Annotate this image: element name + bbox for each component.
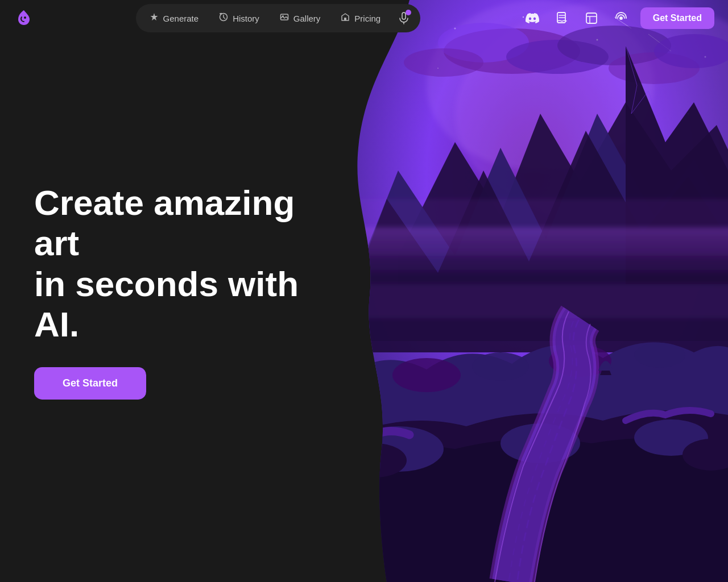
svg-point-35: [472, 352, 529, 381]
nav-item-generate[interactable]: Generate: [140, 8, 208, 28]
nav-center: Generate History: [136, 4, 421, 32]
hero-get-started-button[interactable]: Get Started: [34, 367, 146, 400]
svg-point-13: [619, 16, 623, 20]
hero-headline: Create amazing art in seconds with AI.: [34, 182, 330, 344]
svg-point-37: [634, 343, 685, 368]
svg-point-30: [404, 48, 483, 77]
nav-item-history[interactable]: History: [210, 8, 268, 28]
svg-point-0: [24, 16, 26, 19]
hero-image: [341, 0, 728, 582]
header-get-started-button[interactable]: Get Started: [640, 7, 714, 29]
generate-label: Generate: [163, 14, 199, 23]
discord-icon-btn[interactable]: [522, 8, 543, 28]
navbar: Generate History: [0, 0, 728, 36]
generate-icon: [150, 13, 159, 24]
svg-rect-10: [586, 13, 597, 23]
mic-button[interactable]: [392, 7, 416, 29]
history-label: History: [233, 14, 259, 23]
podcast-icon-btn[interactable]: [611, 8, 631, 28]
nav-right: Get Started: [522, 7, 714, 29]
gallery-label: Gallery: [293, 14, 321, 23]
svg-rect-46: [341, 199, 728, 256]
nav-item-gallery[interactable]: Gallery: [271, 8, 330, 28]
gallery-icon: [280, 13, 289, 24]
hero-content: Create amazing art in seconds with AI. G…: [34, 182, 330, 400]
pricing-label: Pricing: [354, 14, 380, 23]
logo[interactable]: [14, 8, 34, 28]
nav-item-pricing[interactable]: Pricing: [332, 8, 390, 28]
svg-rect-45: [341, 284, 728, 318]
svg-point-34: [392, 358, 461, 392]
github-icon-btn[interactable]: [581, 8, 602, 28]
svg-rect-4: [344, 18, 346, 20]
history-icon: [219, 13, 228, 24]
docs-icon-btn[interactable]: [552, 8, 572, 28]
svg-rect-5: [402, 13, 406, 19]
hero-section: Create amazing art in seconds with AI. G…: [0, 0, 728, 582]
svg-point-39: [344, 443, 407, 477]
mic-status-dot: [406, 10, 411, 15]
pricing-icon: [341, 13, 350, 24]
